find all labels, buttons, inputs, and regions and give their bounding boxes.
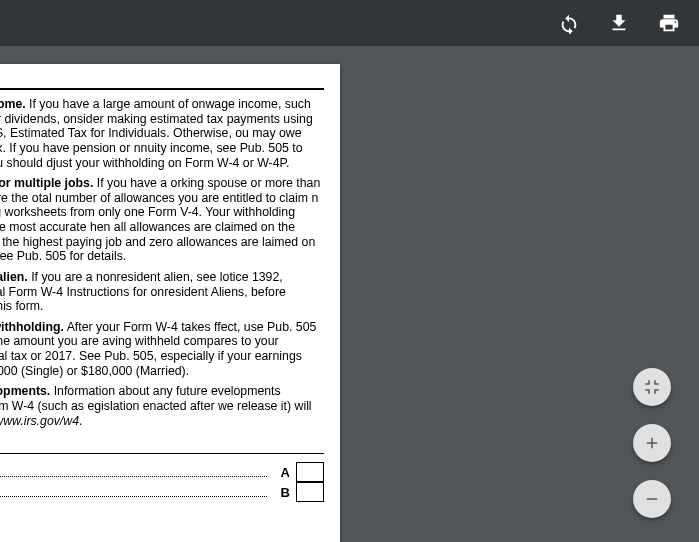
body-nonresident: If you are a nonresident alien, see loti… bbox=[0, 270, 286, 313]
paragraph-check: heck your withholding. After your Form W… bbox=[0, 320, 324, 379]
leader-dots bbox=[0, 496, 267, 497]
fit-page-icon bbox=[643, 378, 661, 396]
paragraph-two-earners: wo earners or multiple jobs. If you have… bbox=[0, 176, 324, 264]
download-icon bbox=[608, 12, 630, 34]
rotate-icon bbox=[558, 12, 580, 34]
paragraph-nonwage: onwage income. If you have a large amoun… bbox=[0, 97, 324, 170]
entry-box-a[interactable] bbox=[296, 462, 324, 482]
download-button[interactable] bbox=[601, 5, 637, 41]
zoom-out-button[interactable] bbox=[633, 480, 671, 518]
worksheet-line-b: } B bbox=[0, 482, 324, 502]
worksheet-line-a: A bbox=[0, 462, 324, 482]
print-button[interactable] bbox=[651, 5, 687, 41]
line-label-a: A bbox=[281, 465, 290, 480]
entry-box-b[interactable] bbox=[296, 482, 324, 502]
zoom-in-button[interactable] bbox=[633, 424, 671, 462]
plus-icon bbox=[643, 434, 661, 452]
heading-check: heck your withholding. bbox=[0, 320, 64, 334]
heading-future: uture developments. bbox=[0, 384, 50, 398]
body-future-b: . bbox=[79, 414, 82, 428]
link-irs: www.irs.gov/w4 bbox=[0, 414, 79, 428]
rotate-button[interactable] bbox=[551, 5, 587, 41]
section-divider bbox=[0, 88, 324, 90]
pdf-toolbar bbox=[0, 0, 699, 46]
pdf-page: onwage income. If you have a large amoun… bbox=[0, 64, 340, 542]
line-label-b: B bbox=[281, 485, 290, 500]
fit-page-button[interactable] bbox=[633, 368, 671, 406]
heading-nonresident: onresident alien. bbox=[0, 270, 28, 284]
print-icon bbox=[658, 12, 680, 34]
records-header: rds.) bbox=[0, 434, 324, 454]
pdf-viewport[interactable]: onwage income. If you have a large amoun… bbox=[0, 46, 699, 542]
minus-icon bbox=[643, 490, 661, 508]
paragraph-nonresident: onresident alien. If you are a nonreside… bbox=[0, 270, 324, 314]
leader-dots bbox=[0, 476, 267, 477]
paragraph-future: uture developments. Information about an… bbox=[0, 384, 324, 428]
body-nonwage: If you have a large amount of onwage inc… bbox=[0, 97, 313, 170]
zoom-controls bbox=[633, 368, 671, 518]
heading-two-earners: wo earners or multiple jobs. bbox=[0, 176, 93, 190]
heading-nonwage: onwage income. bbox=[0, 97, 26, 111]
